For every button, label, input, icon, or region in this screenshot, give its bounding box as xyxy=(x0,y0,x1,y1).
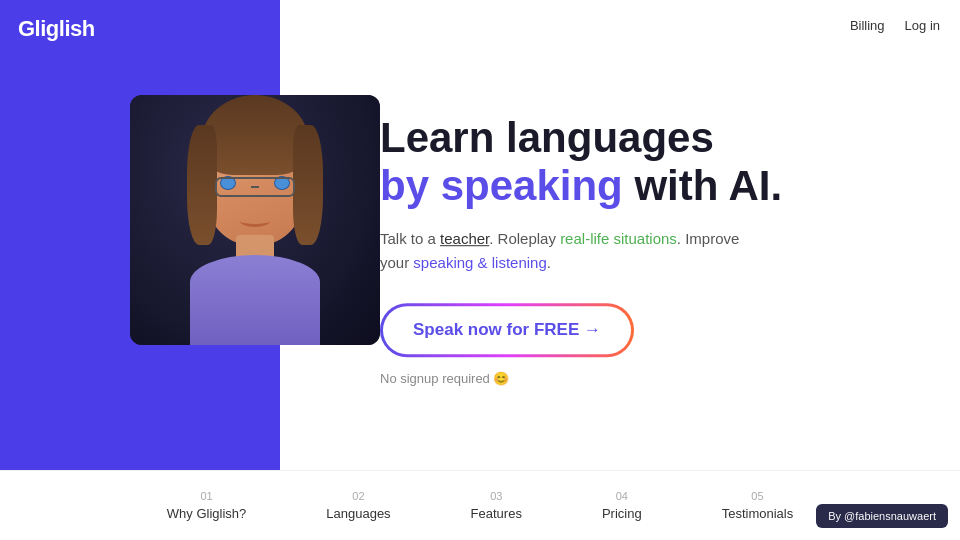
bottom-nav-item-4[interactable]: 04 Pricing xyxy=(602,490,642,521)
bottom-nav-item-3[interactable]: 03 Features xyxy=(471,490,522,521)
bottom-nav-item-1[interactable]: 01 Why Gliglish? xyxy=(167,490,246,521)
avatar-body xyxy=(190,255,320,345)
avatar-glasses xyxy=(215,177,295,197)
avatar-hair-right xyxy=(293,125,323,245)
bottom-nav: 01 Why Gliglish? 02 Languages 03 Feature… xyxy=(0,470,960,540)
no-signup-text: No signup required 😊 xyxy=(380,371,860,386)
subtext-middle: . Roleplay xyxy=(489,230,560,247)
avatar-background xyxy=(130,95,380,345)
subtext-teacher: teacher xyxy=(440,230,489,247)
hero-subtext: Talk to a teacher. Roleplay real-life si… xyxy=(380,227,740,275)
glasses-bridge xyxy=(251,186,259,188)
bottom-nav-item-2[interactable]: 02 Languages xyxy=(326,490,390,521)
hero-content: Learn languages by speaking with AI. Tal… xyxy=(380,114,860,386)
hero-headline: Learn languages by speaking with AI. xyxy=(380,114,860,211)
avatar-hair-left xyxy=(187,125,217,245)
top-nav: Billing Log in xyxy=(850,0,960,50)
subtext-speaking: speaking & listening xyxy=(413,254,546,271)
subtext-life: real-life situations xyxy=(560,230,677,247)
subtext-intro: Talk to a xyxy=(380,230,440,247)
subtext-end: . xyxy=(547,254,551,271)
cta-button-wrapper: Speak now for FREE → xyxy=(380,303,634,357)
headline-accent: by speaking xyxy=(380,163,623,210)
speak-now-button[interactable]: Speak now for FREE → xyxy=(383,306,631,354)
ai-avatar-container xyxy=(130,95,380,345)
billing-link[interactable]: Billing xyxy=(850,18,885,33)
headline-end: with AI. xyxy=(634,163,782,210)
headline-start: Learn languages xyxy=(380,114,714,161)
glasses-frame xyxy=(215,177,295,197)
logo[interactable]: Gliglish xyxy=(18,16,95,42)
login-link[interactable]: Log in xyxy=(905,18,940,33)
attribution-badge[interactable]: By @fabiensnauwaert xyxy=(816,504,948,528)
bottom-nav-item-5[interactable]: 05 Testimonials xyxy=(722,490,794,521)
avatar-smile xyxy=(240,215,270,227)
